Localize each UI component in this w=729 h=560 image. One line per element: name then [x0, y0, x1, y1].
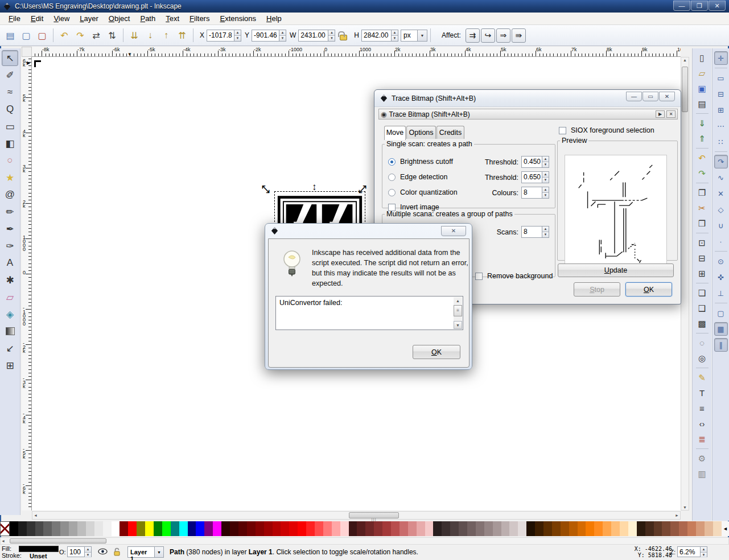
palette-swatch[interactable] [247, 521, 256, 536]
scan-option-row[interactable]: Edge detection [388, 171, 447, 183]
w-spinner[interactable] [328, 30, 335, 42]
palette-swatch[interactable] [60, 521, 69, 536]
palette-swatch[interactable] [340, 521, 349, 536]
scroll-down-icon[interactable]: ▼ [681, 505, 689, 509]
detail-scroll-thumb[interactable]: ≡ [454, 305, 462, 316]
opacity-spinner[interactable] [84, 546, 92, 557]
scans-input[interactable]: 8 [521, 226, 542, 238]
palette-swatch[interactable] [382, 521, 391, 536]
save-document-button[interactable]: ▣ [694, 81, 710, 96]
document-properties-button[interactable]: ▥ [694, 467, 710, 481]
palette-swatch[interactable] [561, 521, 569, 536]
units-select[interactable]: px ▼ [401, 30, 427, 42]
tool-spiral[interactable]: @ [2, 187, 18, 203]
snap-object-centers-button[interactable]: ⊙ [714, 254, 728, 268]
palette-swatch[interactable] [273, 521, 281, 536]
tool-rectangle[interactable]: ▭ [2, 118, 18, 134]
dialog-close-button[interactable]: ✕ [659, 92, 675, 101]
snap-cusp-nodes-button[interactable]: ◇ [714, 203, 728, 216]
palette-swatch[interactable] [112, 521, 120, 536]
palette-scrollbar[interactable]: ◄ ||| [0, 537, 729, 545]
snap-nodes-paths-button[interactable]: ↷ [714, 155, 728, 168]
tool-box-3d[interactable]: ◧ [2, 135, 18, 151]
raise-button[interactable]: ↑ [159, 28, 174, 43]
rotate-ccw-button[interactable]: ↶ [57, 28, 72, 43]
palette-swatch[interactable] [467, 521, 476, 536]
palette-swatch[interactable] [213, 521, 221, 536]
palette-swatch[interactable] [687, 521, 696, 536]
palette-swatch[interactable] [256, 521, 264, 536]
palette-swatch[interactable] [323, 521, 332, 536]
palette-swatch[interactable] [603, 521, 611, 536]
palette-swatch[interactable] [594, 521, 603, 536]
trace-ok-button[interactable]: OK [625, 282, 672, 297]
palette-swatch[interactable] [221, 521, 230, 536]
remove-background-row[interactable]: Remove background [475, 270, 553, 282]
rotate-cw-button[interactable]: ↷ [73, 28, 88, 43]
deselect-button[interactable]: ▢ [35, 28, 50, 43]
palette-scroll-thumb[interactable]: ||| [10, 538, 106, 543]
palette-swatch[interactable] [654, 521, 662, 536]
palette-scroll-left-icon[interactable]: ◄ [722, 521, 729, 536]
align-distribute-button[interactable]: ≣ [694, 432, 710, 446]
menu-help[interactable]: Help [261, 13, 287, 24]
zoom-to-drawing-button[interactable]: ⊟ [694, 251, 710, 265]
palette-swatch[interactable] [281, 521, 289, 536]
scans-spinner[interactable] [542, 226, 549, 238]
palette-swatch[interactable] [52, 521, 60, 536]
tool-tweak[interactable]: ≈ [2, 84, 18, 100]
dialog-minimize-button[interactable]: — [626, 92, 642, 101]
restore-button[interactable]: ❐ [691, 1, 708, 11]
layer-dropdown-icon[interactable]: ▼ [155, 546, 164, 558]
palette-swatch[interactable] [679, 521, 687, 536]
trace-panel-header[interactable]: ◉ Trace Bitmap (Shift+Alt+B) ▶ ✕ [378, 109, 678, 120]
layers-dialog-button[interactable]: ≡ [694, 401, 710, 415]
palette-swatch[interactable] [425, 521, 434, 536]
tab-move[interactable]: Move [384, 126, 406, 140]
canvas-vscrollbar[interactable]: ▲ ▼ [681, 57, 689, 510]
update-button[interactable]: Update [558, 263, 674, 277]
menu-extensions[interactable]: Extensions [215, 13, 261, 24]
color-quantization-radio[interactable] [388, 189, 396, 196]
scroll-up-icon[interactable]: ▲ [454, 297, 462, 305]
param-input[interactable]: 0.450 [521, 156, 542, 168]
lower-to-bottom-button[interactable]: ⇊ [127, 28, 142, 43]
menu-file[interactable]: File [3, 13, 26, 24]
snap-bbox-centers-button[interactable]: ∷ [714, 135, 728, 149]
palette-swatch[interactable] [357, 521, 365, 536]
palette-swatch[interactable] [204, 521, 213, 536]
tool-dropper[interactable]: ↙ [2, 340, 18, 356]
palette-swatch[interactable] [433, 521, 442, 536]
palette-swatch[interactable] [501, 521, 510, 536]
snap-smooth-nodes-button[interactable]: ∪ [714, 219, 728, 232]
palette-swatch[interactable] [94, 521, 103, 536]
tool-selector[interactable]: ↖ [2, 50, 18, 66]
palette-swatch[interactable] [128, 521, 137, 536]
palette-swatch[interactable] [628, 521, 637, 536]
vscroll-thumb[interactable] [682, 67, 688, 112]
palette-swatch[interactable] [620, 521, 628, 536]
undo-button[interactable]: ↶ [694, 151, 710, 165]
palette-swatch[interactable] [238, 521, 247, 536]
snap-line-midpoints-button[interactable]: ∙ [714, 234, 728, 248]
palette-swatch[interactable] [77, 521, 86, 536]
palette-swatch[interactable] [86, 521, 94, 536]
param-input[interactable]: 8 [521, 187, 542, 199]
text-dialog-button[interactable]: T [694, 386, 710, 400]
tool-spray[interactable]: ✱ [2, 272, 18, 288]
w-input[interactable]: 2431.00 [298, 30, 328, 42]
fill-color-swatch[interactable] [19, 546, 59, 552]
menu-edit[interactable]: Edit [26, 13, 48, 24]
palette-swatch[interactable] [586, 521, 594, 536]
palette-swatch[interactable] [645, 521, 654, 536]
zoom-input[interactable]: 6.2% [677, 546, 700, 557]
hscroll-thumb[interactable]: ||| [349, 512, 399, 518]
units-dropdown-icon[interactable]: ▼ [418, 30, 427, 42]
palette-swatch[interactable] [145, 521, 154, 536]
modal-ok-button[interactable]: OK [413, 345, 460, 359]
unlink-clone-button[interactable]: ▩ [694, 316, 710, 331]
palette-swatch[interactable] [569, 521, 578, 536]
menu-path[interactable]: Path [135, 13, 160, 24]
snap-text-baseline-button[interactable]: ⊥ [714, 286, 728, 300]
tool-connector[interactable]: ⊞ [2, 357, 18, 373]
